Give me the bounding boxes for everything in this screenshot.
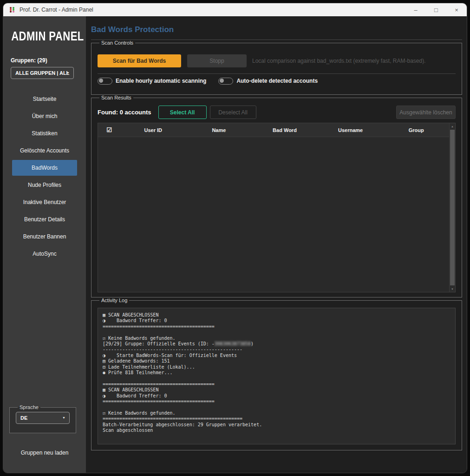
column-header-user-id: User ID — [120, 123, 186, 137]
log-line: ☑ Keine Badwords gefunden. — [103, 336, 450, 341]
redacted-group-id: 3083063873858 — [215, 341, 251, 346]
auto-delete-toggle[interactable]: Auto-delete detected accounts — [218, 78, 318, 85]
column-header-username: Username — [318, 123, 384, 137]
column-header-group: Group — [383, 123, 449, 137]
results-table-header: ☑User IDNameBad WordUsernameGroup — [98, 123, 449, 137]
divider — [98, 73, 456, 74]
sidebar-item-startseite[interactable]: Startseite — [12, 91, 77, 107]
toggle-switch-icon — [218, 78, 233, 85]
groups-dropdown-value: ALLE GRUPPEN | ALL — [15, 70, 69, 76]
sidebar-item-benutzer-bannen[interactable]: Benutzer Bannen — [12, 229, 77, 245]
stop-button[interactable]: Stopp — [187, 54, 247, 67]
log-line: ◑ Starte BadWords-Scan für: Offizielle E… — [103, 353, 450, 358]
log-line: Batch-Verarbeitung abgeschlossen: 29 Gru… — [103, 422, 450, 428]
activity-log-group: Activity Log ▦ SCAN ABGESCHLOSSEN◑ Badwo… — [91, 298, 462, 450]
log-line — [103, 376, 450, 381]
reload-groups-button[interactable]: Gruppen neu laden — [3, 450, 86, 456]
toggle-switch-icon — [98, 78, 112, 85]
deselect-all-button[interactable]: Deselect All — [210, 106, 256, 119]
hourly-scan-toggle[interactable]: Enable hourly automatic scanning — [98, 78, 206, 85]
sidebar-item-statistiken[interactable]: Statistiken — [12, 126, 77, 141]
scroll-down-icon[interactable]: ▼ — [450, 286, 455, 292]
sidebar-item--ber-mich[interactable]: Über mich — [12, 108, 77, 124]
scan-controls-label: Scan Controls — [99, 40, 135, 46]
log-line: ▦ SCAN ABGESCHLOSSEN — [103, 312, 450, 318]
sidebar-item-inaktive-benutzer[interactable]: Inaktive Benutzer — [12, 194, 77, 210]
log-line: ◑ Badword Treffer: 0 — [103, 393, 450, 399]
log-line: ▦ SCAN ABGESCHLOSSEN — [103, 387, 450, 393]
window-controls: – □ × — [405, 3, 467, 16]
page-title: Bad Words Protection — [91, 25, 462, 34]
app-window: Prof. Dr. Carrot - Admin Panel – □ × ADM… — [3, 3, 467, 473]
sidebar-item-badwords[interactable]: BadWords — [12, 160, 77, 176]
column-header-bad-word: Bad Word — [252, 123, 318, 137]
activity-log-label: Activity Log — [99, 298, 129, 303]
vertical-scrollbar[interactable]: ▲ ▼ — [449, 123, 455, 292]
log-line: ========================================… — [103, 416, 450, 422]
log-line: ======================================== — [103, 382, 450, 387]
sidebar-nav: StartseiteÜber michStatistikenGelöschte … — [3, 91, 86, 262]
hourly-scan-toggle-label: Enable hourly automatic scanning — [116, 78, 206, 84]
log-line: ======================================== — [103, 324, 450, 330]
log-line: Scan abgeschlossen — [103, 428, 450, 433]
titlebar: Prof. Dr. Carrot - Admin Panel – □ × — [3, 3, 467, 16]
activity-log-text[interactable]: ▦ SCAN ABGESCHLOSSEN◑ Badword Treffer: 0… — [98, 308, 456, 444]
language-group-label: Sprache — [18, 404, 40, 410]
log-line: ☑ Keine Badwords gefunden. — [103, 410, 450, 416]
column-header-name: Name — [186, 123, 252, 137]
scan-button[interactable]: Scan für Bad Words — [98, 54, 181, 67]
scan-results-group: Scan Results Found: 0 accounts Select Al… — [91, 95, 462, 298]
scan-controls-group: Scan Controls Scan für Bad Words Stopp L… — [91, 40, 462, 95]
groups-count-label: Gruppen: (29) — [11, 57, 86, 64]
log-line: ◑ Badword Treffer: 0 — [103, 318, 450, 324]
scroll-up-icon[interactable]: ▲ — [450, 123, 455, 129]
language-dropdown[interactable]: DE ▼ — [16, 412, 70, 424]
log-line: ⚉ Prüfe 818 Teilnehmer... — [103, 370, 450, 376]
window-title: Prof. Dr. Carrot - Admin Panel — [20, 7, 93, 13]
auto-delete-toggle-label: Auto-delete detected accounts — [236, 78, 318, 84]
brand-title: ADMIN PANEL — [3, 29, 86, 44]
app-logo-icon — [9, 7, 15, 13]
minimize-button[interactable]: – — [405, 3, 426, 16]
sidebar-item-gel-schte-accounts[interactable]: Gelöschte Accounts — [12, 143, 77, 159]
log-line — [103, 405, 450, 410]
scan-hint-text: Local comparison against bad_words.txt (… — [252, 58, 426, 64]
results-table: ☑User IDNameBad WordUsernameGroup ▲ ▼ — [98, 123, 456, 292]
chevron-down-icon: ▼ — [62, 412, 65, 423]
log-line: ----------------------------------------… — [103, 347, 450, 352]
delete-selected-button[interactable]: Ausgewählte löschen — [396, 106, 456, 119]
sidebar: ADMIN PANEL Gruppen: (29) ALLE GRUPPEN |… — [3, 16, 86, 473]
maximize-button[interactable]: □ — [426, 3, 446, 16]
sidebar-item-benutzer-details[interactable]: Benutzer Details — [12, 212, 77, 227]
language-group: Sprache DE ▼ — [9, 404, 76, 433]
scan-results-label: Scan Results — [99, 95, 133, 100]
log-line: ======================================== — [103, 399, 450, 404]
select-all-button[interactable]: Select All — [158, 106, 207, 119]
main-content: Bad Words Protection Scan Controls Scan … — [86, 16, 467, 473]
sidebar-item-autosync[interactable]: AutoSync — [12, 246, 77, 262]
chevron-down-icon: ▼ — [66, 67, 70, 79]
log-line: ⊟ Lade Teilnehmerliste (Lokal)... — [103, 364, 450, 370]
sidebar-item-nude-profiles[interactable]: Nude Profiles — [12, 177, 77, 193]
groups-dropdown[interactable]: ALLE GRUPPEN | ALL ▼ — [11, 67, 74, 79]
log-line: ▤ Geladene Badwords: 151 — [103, 358, 450, 364]
close-button[interactable]: × — [446, 3, 467, 16]
log-line: [29/29] Gruppe: Offizielle Events (ID: -… — [103, 341, 450, 347]
select-all-checkbox-header[interactable]: ☑ — [98, 123, 120, 137]
language-dropdown-value: DE — [20, 415, 27, 421]
scrollbar-thumb[interactable] — [450, 130, 455, 285]
log-line — [103, 330, 450, 335]
found-count-label: Found: 0 accounts — [98, 109, 151, 116]
